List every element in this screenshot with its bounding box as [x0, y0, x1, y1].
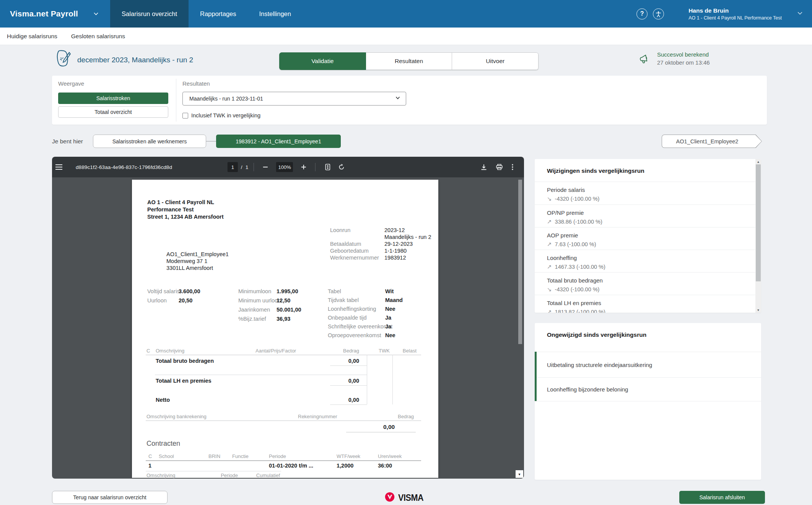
fact-label: Oproepovereenkomst — [328, 332, 381, 338]
back-to-overview-button[interactable]: Terug naar salarisrun overzicht — [52, 491, 168, 504]
run-info-label: Betaaldatum — [330, 241, 361, 247]
change-value-row: 7.63 (-100.00 %) — [547, 241, 596, 248]
contract-cell: 36:00 — [378, 463, 392, 469]
document-edit-icon — [55, 49, 73, 69]
change-name: AOP premie — [547, 232, 578, 239]
change-item[interactable]: Totaal bruto bedragen -4320 (-100.00 %) — [535, 272, 755, 295]
rotate-icon[interactable] — [338, 164, 345, 170]
table-header: Bedrag — [329, 348, 359, 354]
unchanged-item[interactable]: Uitbetaling structurele eindejaarsuitker… — [535, 352, 761, 377]
page-number-input[interactable]: 1 — [228, 162, 238, 172]
trend-up-icon — [547, 263, 552, 270]
tab-salarisrun-overzicht[interactable]: Salarisrun overzicht — [110, 0, 189, 28]
fact-value: 20,50 — [179, 297, 192, 304]
download-icon[interactable] — [481, 164, 487, 170]
run-info-value: 1-1-1980 — [384, 248, 407, 254]
bank-amount: 0,00 — [383, 424, 414, 430]
secondary-nav: Huidige salarisruns Gesloten salarisruns — [0, 28, 812, 45]
help-icon[interactable]: ? — [636, 8, 648, 19]
scroll-down-icon[interactable]: ▼ — [755, 307, 761, 313]
zoom-level-input[interactable]: 100% — [276, 162, 293, 172]
breadcrumb-all-employees-button[interactable]: Salarisstroken alle werknemers — [93, 135, 206, 148]
toolbar-divider — [254, 163, 254, 171]
change-value-row: 338.86 (-100.00 %) — [547, 218, 602, 225]
fit-page-icon[interactable] — [324, 164, 331, 170]
table-header: Uren/week — [378, 453, 402, 459]
zoom-out-icon[interactable] — [263, 164, 268, 170]
change-value-row: 1813.82 (-100.00 %) — [547, 309, 605, 313]
twk-checkbox[interactable] — [182, 113, 188, 119]
tab-resultaten[interactable]: Resultaten — [366, 52, 452, 70]
comparison-run-select[interactable]: Maandelijks - run 1 2023-11-01 — [182, 92, 406, 106]
change-item[interactable]: AOP premie 7.63 (-100.00 %) — [535, 227, 755, 250]
pdf-scrollbar-thumb[interactable] — [518, 180, 522, 344]
next-employee-button[interactable]: AO1_Client1_Employee2 — [662, 135, 762, 148]
changes-scrollbar-thumb[interactable] — [756, 164, 761, 281]
fact-label: Tabel — [328, 288, 341, 294]
fact-label: Jaarinkomen — [238, 307, 270, 313]
unchanged-item-label: Uitbetaling structurele eindejaarsuitker… — [547, 361, 652, 368]
change-item[interactable]: Periode salaris -4320 (-100.00 %) — [535, 182, 755, 204]
table-header: WTF/week — [337, 453, 360, 459]
view-salarisstroken-button[interactable]: Salarisstroken — [58, 93, 168, 104]
close-salary-run-button[interactable]: Salarisrun afsluiten — [679, 491, 765, 504]
totals-row-amount: 0,00 — [329, 397, 359, 403]
trend-up-icon — [547, 309, 552, 313]
table-header: Rekeningnummer — [298, 414, 337, 419]
change-name: Totaal LH en premies — [547, 300, 601, 306]
view-totaal-overzicht-button[interactable]: Totaal overzicht — [58, 106, 168, 118]
change-item[interactable]: Totaal LH en premies 1813.82 (-100.00 %) — [535, 295, 755, 313]
breadcrumb-connector — [206, 141, 216, 141]
menu-icon[interactable] — [55, 164, 62, 170]
zoom-in-icon[interactable] — [301, 164, 306, 170]
change-value: 1813.82 (-100.00 %) — [555, 309, 605, 313]
fact-value: Ja — [385, 323, 391, 330]
run-step-tabs: Validatie Resultaten Uitvoer — [279, 52, 539, 70]
totals-row-amount: 0,00 — [329, 378, 359, 384]
payslip-page: AO 1 - Client 4 Payroll NLPerformance Te… — [132, 180, 438, 478]
subnav-gesloten-salarisruns[interactable]: Gesloten salarisruns — [71, 33, 125, 40]
visma-logo-icon — [384, 492, 395, 504]
tab-instellingen[interactable]: Instellingen — [247, 0, 302, 28]
change-item[interactable]: OP/NP premie 338.86 (-100.00 %) — [535, 205, 755, 227]
megaphone-icon — [638, 53, 650, 65]
table-header: TWK — [379, 348, 390, 354]
user-organization: AO 1 - Client 4 Payroll NL Performance T… — [688, 15, 782, 21]
tab-rapportages[interactable]: Rapportages — [189, 0, 247, 28]
contract-cell: 1,2000 — [337, 463, 353, 469]
change-name: OP/NP premie — [547, 209, 584, 216]
contract-cell: 1 — [148, 463, 151, 469]
change-value: -4320 (-100.00 %) — [555, 196, 600, 202]
scroll-up-icon[interactable]: ▲ — [755, 159, 761, 164]
subnav-huidige-salarisruns[interactable]: Huidige salarisruns — [7, 33, 57, 40]
trend-down-icon — [547, 286, 552, 293]
page-total: 1 — [246, 164, 249, 170]
breadcrumb-current-employee-button[interactable]: 1983912 - AO1_Client1_Employee1 — [216, 135, 341, 148]
tab-uitvoer[interactable]: Uitvoer — [452, 52, 539, 70]
change-item[interactable]: Loonheffing 1467.33 (-100.00 %) — [535, 250, 755, 272]
fact-label: Schriftelijke overeenkomst — [328, 323, 392, 330]
unchanged-item[interactable]: Loonheffing bijzondere beloning — [535, 377, 761, 401]
next-employee-label: AO1_Client1_Employee2 — [662, 135, 753, 148]
user-menu[interactable]: Hans de Bruin AO 1 - Client 4 Payroll NL… — [688, 7, 782, 21]
changes-panel: Wijzigingen sinds vergelijkingsrun Perio… — [535, 159, 761, 313]
comparison-run-value: Maandelijks - run 1 2023-11-01 — [189, 96, 263, 102]
pdf-scroll-down-button[interactable]: ▾ — [516, 470, 523, 478]
accessibility-icon[interactable] — [653, 8, 664, 19]
chevron-down-icon[interactable] — [93, 11, 99, 16]
fact-value: 1.995,00 — [277, 288, 298, 294]
table-header: Omschrijving — [146, 473, 175, 478]
print-icon[interactable] — [496, 164, 503, 170]
run-info-value: 1983912 — [384, 255, 406, 261]
navbar-right: ? Hans de Bruin AO 1 - Client 4 Payroll … — [631, 7, 805, 21]
page-separator: / — [241, 164, 242, 170]
chevron-down-icon[interactable] — [797, 10, 803, 18]
more-options-icon[interactable] — [512, 164, 513, 170]
change-value: 338.86 (-100.00 %) — [555, 219, 602, 225]
run-info-value: 29-12-2023 — [384, 241, 413, 247]
app-root: Visma.net Payroll Salarisrun overzicht R… — [0, 0, 812, 505]
pdf-viewer: d889c1f2-63aa-4e96-837c-1796fd36cd8d 1 /… — [52, 157, 524, 479]
trend-down-icon — [547, 195, 552, 202]
view-section-label: Weergave — [58, 80, 84, 87]
tab-validatie[interactable]: Validatie — [279, 52, 366, 70]
